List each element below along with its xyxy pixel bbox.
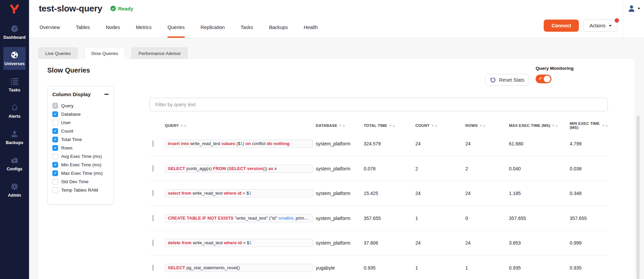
tab-queries[interactable]: Queries xyxy=(168,17,185,38)
column-option-user[interactable]: User xyxy=(52,118,109,127)
query-cell[interactable]: CREATE TABLE IF NOT EXISTS "write_read_t… xyxy=(165,214,313,222)
query-token: FROM xyxy=(213,166,226,171)
tab-overview[interactable]: Overview xyxy=(40,17,60,38)
column-option-max-exec-time-ms-[interactable]: ✓ Max Exec Time (ms) xyxy=(52,169,109,177)
column-option-std-dev-time[interactable]: Std Dev Time xyxy=(52,177,109,186)
query-cell[interactable]: delete from write_read_test where id = $… xyxy=(165,239,313,247)
vertical-scrollbar[interactable] xyxy=(637,115,640,279)
sidebar-item-tasks[interactable]: Tasks xyxy=(3,73,25,96)
column-option-database[interactable]: ✓ Database xyxy=(52,110,109,118)
count-cell: 1 xyxy=(415,265,465,271)
tab-replication[interactable]: Replication xyxy=(201,17,225,38)
backup-icon xyxy=(10,130,19,138)
checkbox[interactable]: ✓ xyxy=(52,128,58,134)
row-checkbox[interactable] xyxy=(153,264,153,271)
sidebar-item-label: Admin xyxy=(8,193,21,198)
column-option-total-time[interactable]: ✓ Total Time xyxy=(52,135,109,144)
sidebar-item-admin[interactable]: Admin xyxy=(3,178,25,201)
checkbox[interactable] xyxy=(52,154,58,159)
column-option-label: Database xyxy=(61,112,81,117)
rows-cell: 2 xyxy=(465,166,509,171)
sort-icon[interactable] xyxy=(180,125,186,127)
column-option-label: Rows xyxy=(61,145,73,150)
checkbox[interactable]: ✓ xyxy=(52,103,58,109)
query-token: pg_stat_statements_reset() xyxy=(185,265,240,270)
query-token: SELECT xyxy=(229,166,246,171)
sort-icon[interactable] xyxy=(389,125,395,127)
collapse-minus-icon[interactable] xyxy=(104,94,109,95)
checkbox[interactable] xyxy=(52,179,58,185)
query-cell[interactable]: SELECT pg_stat_statements_reset() xyxy=(165,264,313,272)
sort-icon[interactable] xyxy=(339,125,345,127)
actions-button[interactable]: Actions xyxy=(583,20,618,32)
sidebar-item-universes[interactable]: Universes xyxy=(3,47,25,70)
query-token: conflict xyxy=(251,141,267,146)
cloud-icon xyxy=(10,156,19,164)
database-cell: yugabyte xyxy=(316,265,364,271)
column-option-count[interactable]: ✓ Count xyxy=(52,127,109,135)
row-checkbox[interactable] xyxy=(153,215,153,221)
checkbox[interactable]: ✓ xyxy=(52,170,58,176)
sort-icon[interactable] xyxy=(431,125,437,127)
column-option-label: User xyxy=(61,120,71,125)
sort-icon[interactable] xyxy=(602,125,608,127)
tab-backups[interactable]: Backups xyxy=(269,17,288,38)
row-checkbox[interactable] xyxy=(153,165,153,172)
checkbox[interactable] xyxy=(52,120,58,125)
min-exec-time-cell: 4.799 xyxy=(570,141,608,146)
query-cell[interactable]: select from write_read_test where id = $… xyxy=(165,189,313,197)
rows-cell: 24 xyxy=(465,141,509,146)
tab-tables[interactable]: Tables xyxy=(76,17,90,38)
checkbox[interactable]: ✓ xyxy=(52,145,58,151)
query-token: do nothing xyxy=(267,141,289,146)
column-header-label: QUERY xyxy=(165,123,179,128)
query-monitoring-label: Query Monitoring xyxy=(536,66,574,71)
query-token: 1 xyxy=(249,240,252,245)
tab-metrics[interactable]: Metrics xyxy=(136,17,152,38)
total-time-cell: 324.579 xyxy=(364,141,415,146)
header-buttons: Connect Actions xyxy=(544,20,618,32)
row-checkbox[interactable] xyxy=(153,240,153,246)
column-option-query[interactable]: ✓ Query xyxy=(52,102,109,110)
checkbox[interactable]: ✓ xyxy=(52,162,58,168)
subtab-performance-advisor[interactable]: Performance Advisor xyxy=(132,48,187,59)
sort-icon[interactable] xyxy=(480,125,486,127)
query-monitoring-toggle[interactable]: ✓ xyxy=(536,75,551,83)
connect-button[interactable]: Connect xyxy=(544,20,579,32)
sidebar-item-dashboard[interactable]: Dashboard xyxy=(3,21,25,44)
sidebar-item-configs[interactable]: Configs xyxy=(3,152,25,175)
sidebar: Dashboard Universes Tasks Alerts Backups… xyxy=(0,0,29,279)
reset-stats-button[interactable]: Reset Stats xyxy=(485,74,529,86)
query-token: SELECT xyxy=(168,265,185,270)
row-checkbox[interactable] xyxy=(153,140,153,147)
checkbox[interactable]: ✓ xyxy=(52,137,58,142)
status-badge: Ready xyxy=(110,6,133,11)
yugabyte-logo[interactable] xyxy=(8,3,21,15)
query-cell[interactable]: insert into write_read_test values ($1) … xyxy=(165,140,313,148)
subtab-live-queries[interactable]: Live Queries xyxy=(38,48,78,59)
query-cell[interactable]: SELECT jsonb_agg(x) FROM (SELECT version… xyxy=(165,165,313,173)
column-option-temp-tables-ram[interactable]: Temp Tables RAM xyxy=(52,186,109,194)
queries-subtabs: Live QueriesSlow QueriesPerformance Advi… xyxy=(38,48,187,59)
column-display-header: Column Display xyxy=(52,91,109,97)
query-filter-input[interactable] xyxy=(150,98,608,111)
sidebar-item-alerts[interactable]: Alerts xyxy=(3,100,25,122)
sidebar-item-backups[interactable]: Backups xyxy=(3,126,25,149)
sort-icon[interactable] xyxy=(552,125,558,127)
tab-health[interactable]: Health xyxy=(304,17,318,38)
tab-tasks[interactable]: Tasks xyxy=(241,17,253,38)
column-header-label: COUNT xyxy=(415,123,430,128)
query-token: ) xyxy=(243,141,246,146)
tab-nodes[interactable]: Nodes xyxy=(106,17,120,38)
column-option-label: Count xyxy=(61,129,73,134)
column-option-rows[interactable]: ✓ Rows xyxy=(52,144,109,152)
user-menu[interactable] xyxy=(623,0,644,38)
content-area: Live QueriesSlow QueriesPerformance Advi… xyxy=(29,38,644,279)
column-option-avg-exec-time-ms-[interactable]: Avg Exec Time (ms) xyxy=(52,152,109,161)
checkbox[interactable] xyxy=(52,187,58,193)
checkbox[interactable]: ✓ xyxy=(52,111,58,117)
query-token: , prim… xyxy=(293,216,309,221)
column-option-min-exec-time-ms-[interactable]: ✓ Min Exec Time (ms) xyxy=(52,161,109,169)
subtab-slow-queries[interactable]: Slow Queries xyxy=(84,48,125,59)
row-checkbox[interactable] xyxy=(153,190,153,196)
